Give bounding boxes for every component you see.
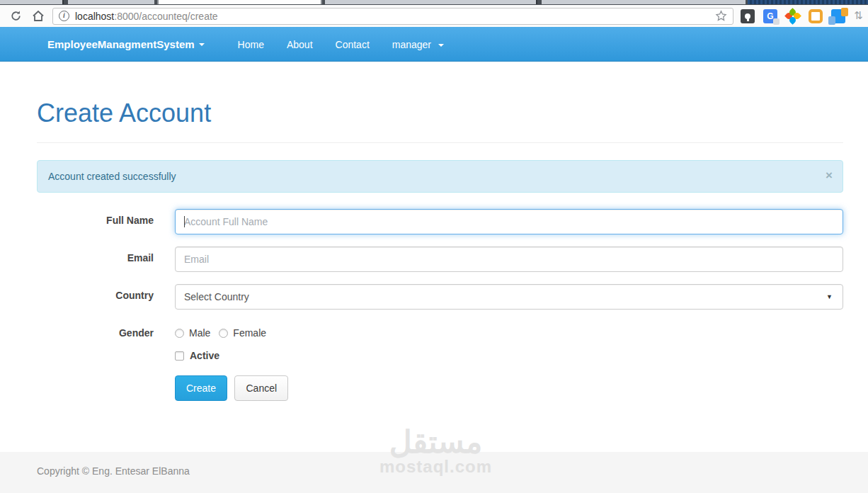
home-glyph (32, 10, 45, 22)
manager-label: manager (392, 39, 431, 50)
email-input[interactable] (175, 246, 843, 272)
address-bar[interactable]: i localhost:8000/accounteq/create (52, 8, 733, 25)
url-text: localhost:8000/accounteq/create (75, 11, 218, 22)
url-host: localhost (75, 11, 114, 22)
page-info-icon[interactable]: i (59, 11, 69, 21)
buttons-spacer (37, 375, 154, 401)
browser-tab[interactable] (325, 0, 537, 4)
create-button[interactable]: Create (175, 375, 227, 401)
orange-extension-icon[interactable] (809, 9, 823, 23)
country-control: Select Country ▼ (175, 284, 843, 310)
browser-tab-strip (0, 0, 868, 5)
alert-close-icon[interactable]: × (826, 169, 833, 181)
country-label: Country (37, 284, 154, 310)
buttons-control: Create Cancel (175, 375, 843, 401)
email-row: Email (37, 246, 843, 272)
active-row: Active (37, 348, 843, 361)
header-divider (37, 142, 843, 143)
nav-item-contact[interactable]: Contact (324, 39, 381, 50)
email-control (175, 246, 843, 272)
extensions-row: G ⇅ (741, 9, 862, 23)
cancel-button[interactable]: Cancel (234, 375, 288, 401)
country-select[interactable]: Select Country ▼ (175, 284, 843, 310)
reload-icon[interactable] (7, 8, 24, 25)
nav-item-about[interactable]: About (275, 39, 324, 50)
gender-female-label: Female (233, 327, 266, 339)
gender-male-label: Male (189, 327, 210, 339)
star-glyph (715, 10, 727, 22)
bulb-glyph (745, 13, 750, 19)
nav-item-manager-dropdown[interactable]: manager (381, 39, 455, 50)
browser-tab[interactable] (542, 0, 746, 4)
reload-glyph (10, 10, 22, 22)
docs-extension-icon[interactable] (831, 9, 845, 23)
active-label: Active (190, 350, 219, 361)
page-footer: Copyright © Eng. Entesar ElBanna (0, 452, 868, 493)
photos-extension-icon[interactable] (786, 9, 800, 23)
gender-label: Gender (37, 322, 154, 339)
buttons-row: Create Cancel (37, 375, 843, 401)
navbar-brand[interactable]: EmployeeManagmentSystem (37, 38, 215, 50)
home-icon[interactable] (30, 8, 47, 25)
main-content: Create Account Account created successfu… (0, 62, 868, 452)
browser-active-tab[interactable] (157, 0, 322, 4)
success-alert: Account created successfully × (37, 160, 843, 193)
gender-female-radio[interactable] (219, 329, 228, 338)
app-navbar: EmployeeManagmentSystem Home About Conta… (0, 27, 868, 62)
full-name-label: Full Name (37, 209, 154, 234)
country-row: Country Select Country ▼ (37, 284, 843, 310)
url-path: :8000/accounteq/create (114, 11, 217, 22)
alert-message: Account created successfully (48, 171, 176, 182)
chevron-down-icon (199, 43, 205, 46)
gender-row: Gender Male Female (37, 322, 843, 339)
nav-item-home[interactable]: Home (227, 39, 275, 50)
full-name-input[interactable] (175, 209, 843, 234)
create-account-form: Full Name Email Country Select Country ▼… (37, 209, 843, 401)
select-dropdown-arrow-icon: ▼ (826, 293, 833, 300)
lightbulb-extension-icon[interactable] (741, 9, 755, 23)
full-name-row: Full Name (37, 209, 843, 234)
bookmark-star-icon[interactable] (715, 10, 727, 22)
browser-tab[interactable] (68, 0, 154, 4)
active-checkbox[interactable] (175, 351, 184, 361)
chevron-down-icon (438, 44, 444, 47)
page-title: Create Account (37, 99, 843, 128)
browser-tab[interactable] (0, 0, 64, 4)
full-name-control (175, 209, 843, 234)
text-cursor (184, 216, 185, 227)
overflow-extension-icon[interactable]: ⇅ (854, 9, 862, 23)
copyright-text: Copyright © Eng. Entesar ElBanna (37, 465, 868, 477)
browser-tab[interactable] (748, 0, 868, 4)
active-label-spacer (37, 348, 154, 361)
browser-toolbar: i localhost:8000/accounteq/create G ⇅ (0, 5, 868, 27)
active-control: Active (175, 348, 843, 361)
gender-male-radio[interactable] (175, 329, 184, 338)
gender-options: Male Female (175, 322, 843, 339)
translate-letter: G (767, 11, 773, 21)
email-label: Email (37, 246, 154, 272)
country-selected-value: Select Country (184, 291, 249, 302)
translate-extension-icon[interactable]: G (763, 9, 777, 23)
brand-label: EmployeeManagmentSystem (47, 38, 195, 50)
